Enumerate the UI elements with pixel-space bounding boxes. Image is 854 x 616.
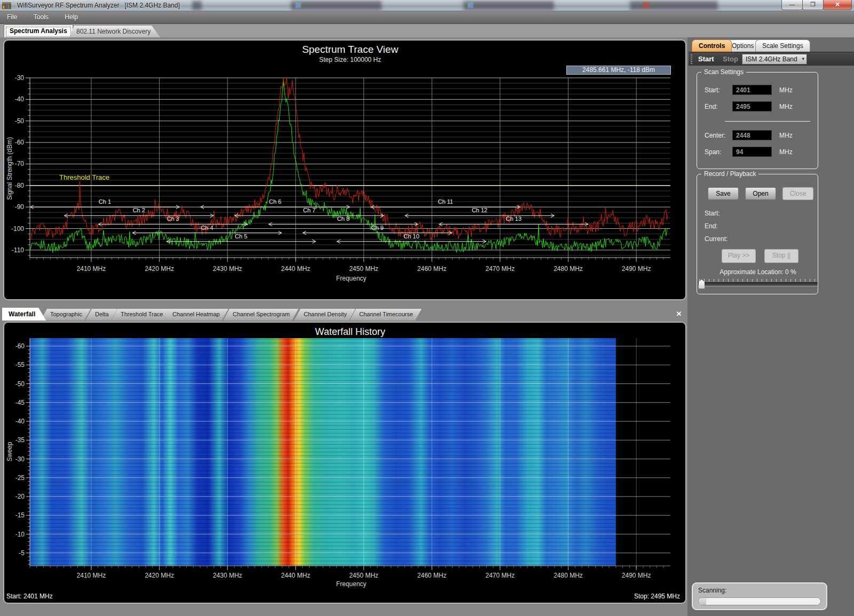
close-button[interactable]: ✕ <box>823 0 852 10</box>
svg-text:2460 MHz: 2460 MHz <box>417 572 447 579</box>
scanning-progress-fill <box>699 598 706 605</box>
scan-span-input[interactable]: 94 <box>732 147 772 157</box>
scanning-label: Scanning: <box>698 587 726 594</box>
svg-text:2440 MHz: 2440 MHz <box>281 572 311 579</box>
background-window-fragment <box>463 1 554 10</box>
svg-text:-15: -15 <box>15 511 25 519</box>
svg-text:-40: -40 <box>15 418 25 425</box>
svg-text:Ch 9: Ch 9 <box>371 225 383 231</box>
spectrum-trace-panel: Spectrum Trace View Step Size: 100000 Hz… <box>3 39 686 300</box>
tab-channel-spectrogram[interactable]: Channel Spectrogram <box>223 309 298 321</box>
tab-channel-heatmap[interactable]: Channel Heatmap <box>163 309 228 321</box>
open-button[interactable]: Open <box>745 187 776 200</box>
window-title: WifiSurveyor RF Spectrum Analyzer [ISM 2… <box>17 2 180 9</box>
svg-text:-100: -100 <box>11 225 24 233</box>
scanning-progress <box>698 597 821 605</box>
chevron-down-icon: ▾ <box>802 56 804 61</box>
scan-center-row: Center: 2448 MHz <box>705 132 729 139</box>
playback-end-label: End: <box>705 222 718 230</box>
svg-text:2450 MHz: 2450 MHz <box>349 265 378 273</box>
menu-tools[interactable]: Tools <box>27 11 56 21</box>
svg-text:Ch 12: Ch 12 <box>472 207 487 213</box>
svg-text:-40: -40 <box>15 95 25 103</box>
svg-text:-45: -45 <box>15 399 25 406</box>
scan-settings-group: Scan Settings Start: 2401 MHz End: 2495 … <box>697 72 818 169</box>
svg-text:Frequency: Frequency <box>336 275 367 282</box>
start-scan-button[interactable]: Start <box>694 54 718 64</box>
record-playback-title: Record / Playback <box>701 170 758 178</box>
status-start-freq: Start: 2401 MHz <box>6 593 53 600</box>
tab-channel-timecourse[interactable]: Channel Timecourse <box>350 309 422 321</box>
svg-text:-60: -60 <box>15 342 25 350</box>
svg-text:-20: -20 <box>15 493 25 500</box>
scan-start-row: Start: 2401 MHz <box>705 86 729 94</box>
tab-channel-density[interactable]: Channel Density <box>294 309 355 321</box>
minimize-button[interactable]: — <box>781 0 803 10</box>
svg-text:2430 MHz: 2430 MHz <box>213 572 242 579</box>
svg-text:2450 MHz: 2450 MHz <box>349 572 378 579</box>
svg-text:2430 MHz: 2430 MHz <box>213 265 242 273</box>
tab-controls[interactable]: Controls <box>692 39 732 52</box>
scan-span-row: Span: 94 MHz <box>705 148 729 156</box>
svg-text:Ch 11: Ch 11 <box>438 198 453 205</box>
background-window-icon <box>468 2 473 8</box>
approximate-location: Approximate Location: 0 % <box>697 268 819 276</box>
scan-toolbar: Start Stop ISM 2.4GHz Band ▾ <box>689 52 854 66</box>
scan-center-input[interactable]: 2448 <box>732 130 772 140</box>
menu-help[interactable]: Help <box>58 11 85 21</box>
save-button[interactable]: Save <box>708 187 739 200</box>
scanning-box: Scanning: <box>692 582 827 610</box>
scan-end-input[interactable]: 2495 <box>732 101 772 111</box>
svg-text:Ch 3: Ch 3 <box>167 215 179 222</box>
svg-text:Ch 1: Ch 1 <box>99 198 111 205</box>
spectrum-plot[interactable]: -30-40-50-60-70-80-90-100-1102410 MHz242… <box>4 41 685 299</box>
tab-network-discovery[interactable]: 802.11 Network Discovery <box>69 26 160 37</box>
playback-current-label: Current: <box>705 235 728 243</box>
tab-waterfall[interactable]: Waterfall <box>2 308 46 321</box>
svg-text:-10: -10 <box>15 531 25 538</box>
menu-file[interactable]: File <box>0 11 24 21</box>
svg-text:-55: -55 <box>15 361 25 369</box>
svg-text:2440 MHz: 2440 MHz <box>281 265 311 273</box>
toolbar-grip <box>691 54 692 64</box>
scan-start-input[interactable]: 2401 <box>732 85 772 95</box>
svg-text:-70: -70 <box>15 160 25 167</box>
background-window-icon <box>295 2 301 8</box>
close-file-button[interactable]: Close <box>782 187 813 200</box>
divider <box>725 121 810 122</box>
svg-text:-90: -90 <box>15 203 25 211</box>
svg-text:2480 MHz: 2480 MHz <box>553 572 583 579</box>
tab-threshold-trace[interactable]: Threshold Trace <box>111 309 171 321</box>
svg-text:-25: -25 <box>15 474 25 482</box>
svg-text:2490 MHz: 2490 MHz <box>622 572 651 579</box>
svg-text:Ch 2: Ch 2 <box>133 207 145 213</box>
svg-text:Ch 6: Ch 6 <box>269 198 281 205</box>
app-icon <box>2 1 11 10</box>
tab-scale-settings[interactable]: Scale Settings <box>755 39 810 52</box>
svg-text:-30: -30 <box>15 455 25 463</box>
scan-settings-title: Scan Settings <box>701 68 746 76</box>
tab-topographic[interactable]: Topographic <box>41 309 91 321</box>
stop-playback-button[interactable]: Stop || <box>764 249 798 263</box>
playback-slider[interactable] <box>698 282 818 286</box>
title-bar: WifiSurveyor RF Spectrum Analyzer [ISM 2… <box>0 0 854 11</box>
svg-text:Frequency: Frequency <box>336 580 367 588</box>
waterfall-plot[interactable]: -60-55-50-45-40-35-30-25-20-15-10-52410 … <box>4 323 685 589</box>
svg-text:2420 MHz: 2420 MHz <box>145 572 174 579</box>
menu-bar: File Tools Help <box>0 11 854 24</box>
band-select[interactable]: ISM 2.4GHz Band ▾ <box>742 54 807 65</box>
playback-start-label: Start: <box>705 210 720 217</box>
svg-text:-30: -30 <box>15 74 25 82</box>
svg-text:2490 MHz: 2490 MHz <box>622 265 651 273</box>
svg-text:-110: -110 <box>12 246 24 254</box>
play-button[interactable]: Play >> <box>722 249 756 263</box>
tab-spectrum-analysis[interactable]: Spectrum Analysis <box>4 25 73 37</box>
stop-scan-button[interactable]: Stop <box>718 54 742 64</box>
svg-text:-5: -5 <box>19 549 25 557</box>
svg-text:-80: -80 <box>15 182 25 189</box>
svg-text:-50: -50 <box>15 117 25 125</box>
svg-text:Signal Strength (dBm): Signal Strength (dBm) <box>6 137 13 200</box>
close-view-icon[interactable]: ✕ <box>674 309 684 319</box>
restore-button[interactable]: ❐ <box>802 0 824 10</box>
svg-text:Ch 10: Ch 10 <box>404 233 419 239</box>
